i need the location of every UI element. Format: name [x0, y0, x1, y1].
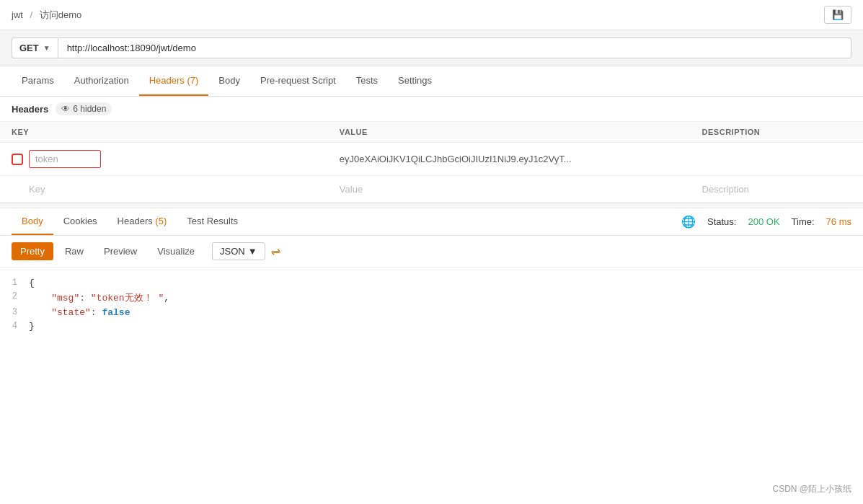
- breadcrumb: jwt / 访问demo: [12, 9, 81, 22]
- line-num-4: 4: [0, 321, 29, 331]
- response-tab-headers[interactable]: Headers (5): [107, 208, 177, 235]
- format-raw[interactable]: Raw: [56, 242, 92, 260]
- hidden-count: 6 hidden: [73, 104, 106, 114]
- response-tab-body[interactable]: Body: [12, 208, 53, 235]
- col-key-header: KEY: [0, 122, 328, 143]
- url-input[interactable]: [58, 37, 851, 58]
- format-preview[interactable]: Preview: [95, 242, 146, 260]
- col-desc-header: DESCRIPTION: [691, 122, 863, 143]
- placeholder-checkbox-space: [12, 183, 23, 195]
- breadcrumb-separator: /: [30, 9, 33, 20]
- chevron-down-icon: ▼: [43, 44, 50, 52]
- json-key-msg: "msg": [51, 293, 79, 304]
- format-visualize[interactable]: Visualize: [149, 242, 203, 260]
- key-input[interactable]: [29, 150, 101, 168]
- request-tabs: Params Authorization Headers (7) Body Pr…: [0, 66, 863, 97]
- url-bar: GET ▼: [0, 30, 863, 66]
- status-label: Status:: [707, 216, 736, 227]
- line-num-2: 2: [0, 291, 29, 301]
- response-status: 🌐 Status: 200 OK Time: 76 ms: [681, 215, 851, 229]
- response-tab-test-results[interactable]: Test Results: [177, 208, 248, 235]
- code-line-3: 3 "state": false: [0, 306, 863, 319]
- time-label: Time:: [792, 216, 815, 227]
- format-pretty[interactable]: Pretty: [12, 242, 53, 260]
- col-value-header: VALUE: [328, 122, 691, 143]
- tab-authorization[interactable]: Authorization: [64, 66, 139, 96]
- top-bar: jwt / 访问demo 💾: [0, 0, 863, 30]
- save-icon: 💾: [832, 9, 844, 20]
- time-value: 76 ms: [826, 216, 851, 227]
- json-brace-open: {: [29, 278, 35, 288]
- format-select-label: JSON: [220, 246, 245, 257]
- method-label: GET: [19, 43, 39, 53]
- headers-section-title: Headers: [12, 104, 48, 115]
- tab-headers[interactable]: Headers (7): [139, 66, 209, 96]
- code-line-1: 1 {: [0, 276, 863, 290]
- breadcrumb-part2: 访问demo: [40, 9, 82, 20]
- save-button[interactable]: 💾: [824, 6, 851, 24]
- headers-table: KEY VALUE DESCRIPTION eyJ0eXAiOiJKV: [0, 122, 863, 203]
- globe-icon: 🌐: [681, 215, 696, 229]
- code-line-4: 4 }: [0, 319, 863, 333]
- code-area: 1 { 2 "msg": "token无效！ ", 3 "state": fal…: [0, 268, 863, 342]
- value-placeholder: Value: [340, 184, 363, 195]
- response-tabs-left: Body Cookies Headers (5) Test Results: [12, 208, 248, 235]
- section-divider: [0, 203, 863, 208]
- status-value: 200 OK: [748, 216, 779, 227]
- method-select[interactable]: GET ▼: [12, 37, 58, 58]
- tab-params[interactable]: Params: [12, 66, 64, 96]
- format-select[interactable]: JSON ▼: [212, 242, 265, 260]
- breadcrumb-part1: jwt: [12, 9, 23, 20]
- tab-pre-request-script[interactable]: Pre-request Script: [250, 66, 346, 96]
- line-num-1: 1: [0, 278, 29, 288]
- headers-section-header: Headers 👁 6 hidden: [0, 97, 863, 122]
- json-brace-close: }: [29, 321, 35, 332]
- eye-icon: 👁: [61, 104, 70, 114]
- table-row-placeholder: Key Value Description: [0, 176, 863, 203]
- json-value-msg: "token无效！ ": [91, 293, 164, 304]
- line-num-3: 3: [0, 307, 29, 317]
- wrap-icon: ⇌: [271, 245, 280, 257]
- format-bar: Pretty Raw Preview Visualize JSON ▼ ⇌: [0, 236, 863, 268]
- key-placeholder: Key: [29, 184, 45, 195]
- hidden-badge: 👁 6 hidden: [56, 102, 112, 115]
- json-value-state: false: [102, 307, 130, 318]
- response-tab-cookies[interactable]: Cookies: [53, 208, 107, 235]
- value-text: eyJ0eXAiOiJKV1QiLCJhbGciOiJIUzI1NiJ9.eyJ…: [340, 154, 572, 164]
- table-row: eyJ0eXAiOiJKV1QiLCJhbGciOiJIUzI1NiJ9.eyJ…: [0, 143, 863, 176]
- wrap-button[interactable]: ⇌: [268, 242, 283, 261]
- tab-settings[interactable]: Settings: [388, 66, 442, 96]
- response-tabs: Body Cookies Headers (5) Test Results 🌐 …: [0, 208, 863, 236]
- json-key-state: "state": [51, 307, 91, 318]
- key-cell: [12, 150, 317, 168]
- tab-tests[interactable]: Tests: [346, 66, 388, 96]
- tab-body[interactable]: Body: [208, 66, 250, 96]
- code-line-2: 2 "msg": "token无效！ ",: [0, 290, 863, 306]
- chevron-down-icon: ▼: [248, 246, 257, 257]
- row-checkbox[interactable]: [12, 154, 23, 165]
- placeholder-key-cell: Key: [12, 183, 317, 195]
- description-placeholder: Description: [702, 184, 749, 195]
